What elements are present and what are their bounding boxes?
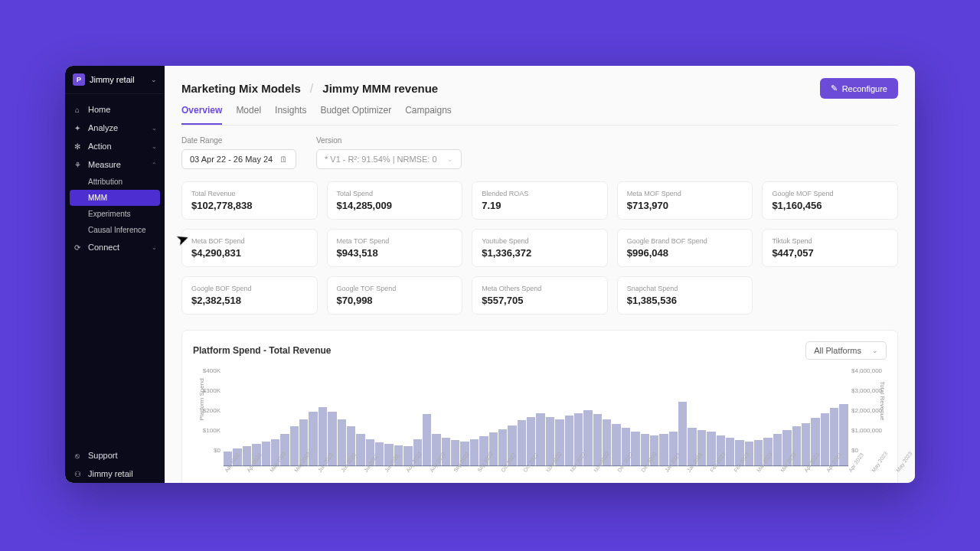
- sidebar-item-analyze[interactable]: ✦Analyze⌄: [65, 119, 165, 137]
- metric-card: Total Revenue$102,778,838: [181, 181, 318, 220]
- home-icon: ⌂: [73, 106, 82, 114]
- workspace-name: Jimmy retail: [90, 75, 146, 84]
- tab-insights[interactable]: Insights: [275, 105, 306, 125]
- metric-card: Snapchat Spend$1,385,536: [617, 276, 753, 315]
- sidebar-item-label: Connect: [88, 243, 119, 252]
- date-range-picker[interactable]: 03 Apr 22 - 26 May 24🗓: [181, 149, 296, 169]
- metric-label: Google BOF Spend: [191, 285, 308, 292]
- metric-label: Tiktok Spend: [772, 237, 888, 245]
- y-axis-left: Platform Spend$400K$300K$200K$100K$0: [193, 367, 224, 467]
- metrics-grid: Total Revenue$102,778,838Total Spend$14,…: [181, 181, 898, 315]
- sidebar-item-home[interactable]: ⌂Home: [65, 100, 165, 119]
- platform-filter[interactable]: All Platforms⌄: [805, 341, 887, 360]
- metric-value: $1,385,536: [627, 295, 743, 306]
- metric-label: Google MOF Spend: [772, 190, 888, 197]
- metric-value: $4,290,831: [191, 247, 308, 259]
- metric-card: Tiktok Spend$447,057: [762, 229, 898, 267]
- chevron-up-icon: ⌃: [152, 161, 157, 168]
- tab-overview[interactable]: Overview: [181, 105, 222, 125]
- chevron-down-icon: ⌄: [152, 125, 157, 132]
- chevron-down-icon: ⌄: [152, 244, 157, 251]
- metric-label: Blended ROAS: [482, 190, 598, 197]
- sidebar-item-label: Jimmy retail: [88, 469, 133, 478]
- metric-card: Youtube Spend$1,336,372: [472, 229, 608, 267]
- metric-value: $1,160,456: [772, 200, 888, 211]
- metric-label: Meta BOF Spend: [191, 237, 308, 245]
- chevron-down-icon: ⌄: [872, 347, 878, 354]
- metric-card: Meta MOF Spend$713,970: [617, 181, 753, 220]
- metric-label: Google Brand BOF Spend: [627, 237, 743, 245]
- sidebar-item-label: Support: [88, 451, 118, 460]
- reconfigure-button[interactable]: ✎Reconfigure: [820, 78, 898, 99]
- sidebar-item-label: Home: [88, 105, 110, 114]
- sidebar-item-label: Analyze: [88, 123, 118, 132]
- chart-title: Platform Spend - Total Revenue: [193, 345, 331, 356]
- sidebar-sub-experiments[interactable]: Experiments: [65, 206, 165, 222]
- sidebar-item-user[interactable]: ⚇Jimmy retail: [65, 465, 165, 483]
- x-axis: Apr 2022Apr 2022May 2022May 2022Jun 2022…: [224, 470, 848, 483]
- chevron-down-icon: ⌄: [151, 76, 157, 83]
- sidebar: P Jimmy retail ⌄ ⌂Home ✦Analyze⌄ ✻Action…: [65, 66, 165, 483]
- sidebar-nav: ⌂Home ✦Analyze⌄ ✻Action⌄ ⚘Measure⌃ Attri…: [65, 94, 165, 440]
- version-label: Version: [316, 136, 462, 145]
- sidebar-sub-attribution[interactable]: Attribution: [65, 174, 165, 190]
- sidebar-item-measure[interactable]: ⚘Measure⌃: [65, 155, 165, 174]
- metric-card: Blended ROAS7.19: [472, 181, 608, 220]
- metric-label: Total Spend: [337, 190, 453, 197]
- metric-card: Google Brand BOF Spend$996,048: [617, 229, 753, 267]
- metric-value: $996,048: [627, 247, 743, 259]
- metric-card: Meta BOF Spend$4,290,831: [181, 229, 318, 267]
- breadcrumb-current: Jimmy MMM revenue: [322, 82, 438, 95]
- metric-value: 7.19: [482, 200, 598, 211]
- breadcrumb-root[interactable]: Marketing Mix Models: [181, 82, 301, 95]
- metric-card: Google MOF Spend$1,160,456: [762, 181, 898, 220]
- sidebar-item-support[interactable]: ⎋Support: [65, 446, 165, 465]
- metric-value: $447,057: [772, 247, 888, 259]
- user-icon: ⚇: [73, 470, 82, 478]
- analyze-icon: ✦: [73, 124, 82, 132]
- metric-label: Snapchat Spend: [627, 285, 743, 292]
- metric-card: Meta Others Spend$557,705: [472, 276, 608, 315]
- metric-card: Meta TOF Spend$943,518: [327, 229, 463, 267]
- measure-icon: ⚘: [73, 161, 82, 169]
- sidebar-sub-causal[interactable]: Causal Inference: [65, 222, 165, 238]
- metric-value: $557,705: [482, 295, 598, 306]
- support-icon: ⎋: [73, 452, 82, 460]
- chevron-down-icon: ⌄: [152, 143, 157, 150]
- metric-value: $2,382,518: [191, 295, 308, 306]
- sidebar-item-label: Action: [88, 142, 112, 151]
- action-icon: ✻: [73, 142, 82, 151]
- tab-budget-optimizer[interactable]: Budget Optimizer: [320, 105, 391, 125]
- tab-model[interactable]: Model: [236, 105, 261, 125]
- main-content: Marketing Mix Models / Jimmy MMM revenue…: [165, 66, 915, 483]
- workspace-logo: P: [73, 73, 85, 86]
- version-selector[interactable]: * V1 - R²: 91.54% | NRMSE: 0⌄: [316, 149, 462, 169]
- calendar-icon: 🗓: [279, 155, 288, 164]
- sidebar-sub-mmm[interactable]: MMM: [70, 190, 160, 206]
- sidebar-item-connect[interactable]: ⟳Connect⌄: [65, 238, 165, 256]
- metric-label: Youtube Spend: [482, 237, 598, 245]
- date-range-label: Date Range: [181, 136, 296, 145]
- workspace-switcher[interactable]: P Jimmy retail ⌄: [65, 66, 165, 94]
- metric-value: $943,518: [337, 247, 453, 259]
- metric-card: Google TOF Spend$70,998: [327, 276, 463, 315]
- chevron-down-icon: ⌄: [447, 155, 453, 163]
- metric-label: Meta MOF Spend: [627, 190, 743, 197]
- edit-icon: ✎: [831, 83, 838, 93]
- tabs: OverviewModelInsightsBudget OptimizerCam…: [181, 105, 898, 126]
- tab-campaigns[interactable]: Campaigns: [405, 105, 452, 125]
- sidebar-item-label: Measure: [88, 160, 121, 169]
- metric-card: Google BOF Spend$2,382,518: [181, 276, 318, 315]
- metric-value: $14,285,009: [337, 200, 453, 211]
- metric-card: Total Spend$14,285,009: [327, 181, 463, 220]
- metric-label: Meta TOF Spend: [337, 237, 453, 245]
- chart-panel: Platform Spend - Total Revenue All Platf…: [181, 330, 898, 483]
- metric-label: Meta Others Spend: [482, 285, 598, 292]
- sidebar-item-action[interactable]: ✻Action⌄: [65, 137, 165, 155]
- metric-label: Total Revenue: [191, 190, 308, 197]
- metric-label: Google TOF Spend: [337, 285, 453, 292]
- breadcrumb: Marketing Mix Models / Jimmy MMM revenue: [181, 82, 438, 96]
- chart-plot[interactable]: [224, 367, 848, 467]
- metric-value: $713,970: [627, 200, 743, 211]
- metric-value: $1,336,372: [482, 247, 598, 259]
